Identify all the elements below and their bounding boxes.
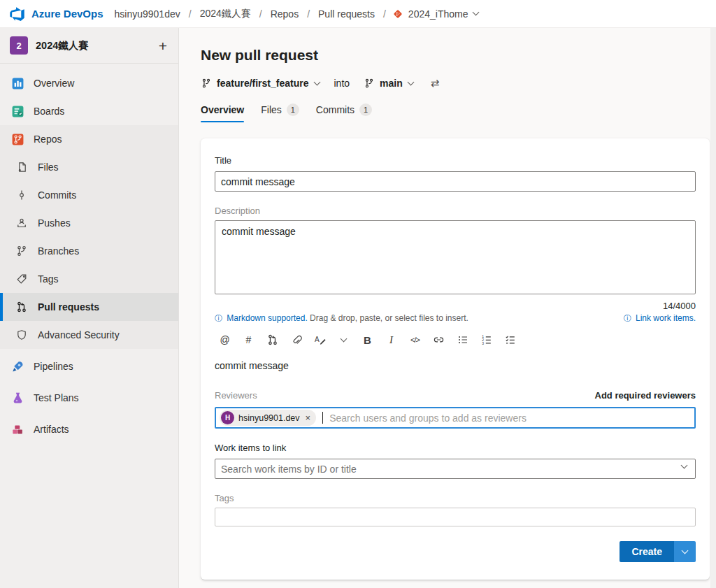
tab-overview[interactable]: Overview: [201, 103, 244, 122]
pull-request-icon[interactable]: [262, 330, 282, 350]
attachment-icon[interactable]: [286, 330, 306, 350]
sidebar: 2 2024鐵人賽 + Overview Boards Repos Files …: [0, 28, 179, 588]
work-item-icon[interactable]: #: [238, 330, 259, 350]
text-cursor: [322, 412, 323, 424]
tags-input[interactable]: [215, 508, 696, 526]
svg-text:3: 3: [482, 341, 484, 345]
bulleted-list-icon[interactable]: [452, 330, 473, 350]
branches-icon: [15, 245, 29, 257]
actions-row: Create: [215, 541, 696, 562]
create-button[interactable]: Create: [620, 541, 674, 562]
repository-icon: [393, 9, 403, 19]
markdown-supported-link[interactable]: Markdown supported.: [227, 313, 307, 323]
tab-files[interactable]: Files 1: [261, 103, 299, 122]
description-preview: commit message: [215, 360, 696, 371]
tab-bar: Overview Files 1 Commits 1: [201, 103, 716, 122]
character-counter: 14/4000: [215, 301, 696, 311]
mention-icon[interactable]: @: [215, 330, 235, 350]
pull-requests-icon: [15, 301, 29, 313]
sidebar-item-test-plans[interactable]: Test Plans: [0, 384, 178, 412]
chevron-down-icon: [473, 9, 480, 16]
format-dropdown-chevron-icon[interactable]: [334, 330, 354, 350]
project-switcher[interactable]: 2 2024鐵人賽 +: [0, 28, 178, 63]
italic-icon[interactable]: I: [381, 330, 401, 350]
pipelines-icon: [10, 360, 24, 373]
editor-hints-row: ⓘ Markdown supported. Drag & drop, paste…: [215, 313, 696, 324]
azure-devops-logo-icon[interactable]: [9, 6, 25, 22]
swap-branches-icon[interactable]: ⇄: [431, 77, 440, 89]
sidebar-item-commits[interactable]: Commits: [0, 181, 178, 209]
repository-picker[interactable]: 2024_iThome: [393, 8, 479, 20]
drag-drop-hint: Drag & drop, paste, or select files to i…: [310, 313, 468, 323]
sidebar-item-advanced-security[interactable]: Advanced Security: [0, 321, 178, 349]
sidebar-item-repos[interactable]: Repos: [0, 125, 178, 153]
sidebar-item-files[interactable]: Files: [0, 153, 178, 181]
project-name: 2024鐵人賽: [36, 39, 151, 52]
reviewers-input[interactable]: H hsinyu9901.dev × Search users and grou…: [215, 407, 696, 429]
sidebar-item-pushes[interactable]: Pushes: [0, 209, 178, 237]
bold-icon[interactable]: B: [357, 330, 378, 350]
info-icon: ⓘ: [215, 314, 222, 322]
reviewers-placeholder: Search users and groups to add as review…: [329, 413, 527, 424]
chevron-down-icon: [313, 78, 320, 85]
breadcrumb-organization[interactable]: hsinyu9901dev: [115, 8, 180, 20]
scrollbar[interactable]: [710, 28, 716, 588]
reviewer-avatar: H: [221, 411, 234, 424]
code-icon[interactable]: </>: [405, 330, 425, 350]
new-pull-request-form: Title Description 14/4000 ⓘ Markdown sup…: [201, 138, 710, 580]
branch-icon: [201, 78, 211, 88]
add-project-button[interactable]: +: [159, 38, 167, 53]
source-branch-selector[interactable]: feature/first_feature: [196, 74, 324, 92]
breadcrumb-separator: /: [259, 8, 262, 20]
info-icon: ⓘ: [624, 314, 631, 322]
sidebar-item-artifacts[interactable]: Artifacts: [0, 415, 178, 443]
numbered-list-icon[interactable]: 123: [476, 330, 496, 350]
description-label: Description: [215, 206, 696, 216]
reviewers-label: Reviewers: [215, 390, 257, 401]
title-input[interactable]: [215, 171, 696, 192]
breadcrumb-pull-requests[interactable]: Pull requests: [318, 8, 375, 20]
sidebar-item-pull-requests[interactable]: Pull requests: [0, 293, 178, 321]
reviewer-chip: H hsinyu9901.dev ×: [220, 410, 316, 426]
target-branch-selector[interactable]: main: [359, 74, 418, 92]
sidebar-item-pipelines[interactable]: Pipelines: [0, 352, 178, 380]
remove-reviewer-icon[interactable]: ×: [306, 413, 311, 423]
breadcrumb-repos[interactable]: Repos: [271, 8, 299, 20]
chevron-down-icon: [682, 547, 689, 554]
branch-icon: [364, 78, 374, 88]
breadcrumb-separator: /: [307, 8, 310, 20]
link-icon[interactable]: [429, 330, 449, 350]
work-items-label: Work items to link: [215, 443, 696, 453]
sidebar-item-branches[interactable]: Branches: [0, 237, 178, 265]
task-list-icon[interactable]: [500, 330, 520, 350]
commits-icon: [15, 189, 29, 201]
main-content: New pull request feature/first_feature i…: [179, 28, 716, 588]
pushes-icon: [15, 217, 29, 229]
into-label: into: [334, 78, 350, 89]
description-textarea[interactable]: [215, 220, 696, 294]
commits-count-badge: 1: [359, 103, 372, 116]
repository-name: 2024_iThome: [408, 8, 468, 20]
create-dropdown-button[interactable]: [674, 541, 696, 562]
work-items-input[interactable]: [215, 459, 696, 479]
divider: [0, 63, 178, 64]
reviewers-header: Reviewers Add required reviewers: [215, 390, 696, 401]
reviewer-name: hsinyu9901.dev: [238, 413, 300, 423]
tags-label: Tags: [215, 493, 696, 503]
breadcrumb-project[interactable]: 2024鐵人賽: [200, 8, 251, 20]
editor-toolbar: @ # A B I </> 123: [215, 330, 696, 350]
chevron-down-icon: [407, 78, 414, 85]
sidebar-item-boards[interactable]: Boards: [0, 97, 178, 125]
source-branch-name: feature/first_feature: [217, 78, 309, 89]
svg-text:A: A: [315, 336, 320, 343]
azure-devops-home-link[interactable]: Azure DevOps: [31, 8, 103, 20]
page-title: New pull request: [201, 47, 716, 64]
add-required-reviewers-button[interactable]: Add required reviewers: [595, 390, 696, 401]
work-items-combobox: [215, 459, 696, 479]
repos-icon: [10, 133, 24, 146]
sidebar-item-overview[interactable]: Overview: [0, 69, 178, 97]
link-work-items-link[interactable]: Link work items.: [636, 313, 696, 323]
sidebar-item-tags[interactable]: Tags: [0, 265, 178, 293]
tab-commits[interactable]: Commits 1: [316, 103, 372, 122]
format-icon[interactable]: A: [310, 330, 330, 350]
